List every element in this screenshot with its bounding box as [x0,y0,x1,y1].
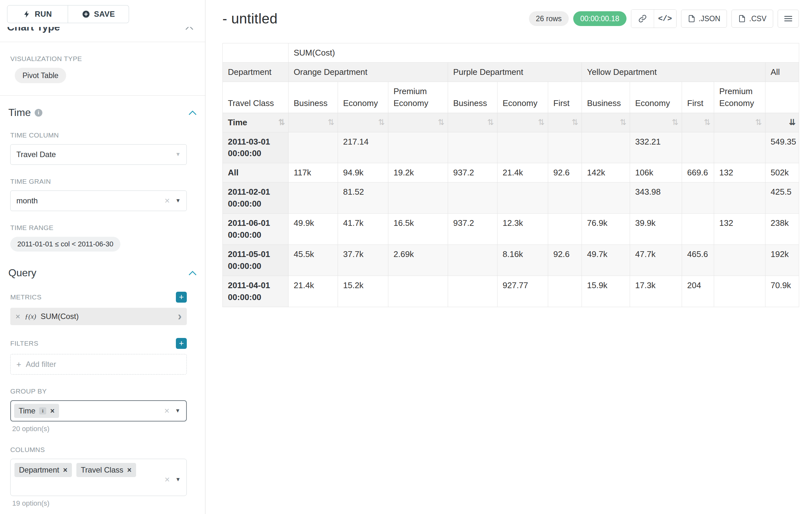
sort-icon[interactable]: ⇅ [755,117,762,128]
pivot-cell: 21.4k [497,163,548,183]
sort-icon[interactable]: ⇊ [789,117,795,128]
col-header: Premium Economy [388,82,448,113]
clear-icon[interactable]: × [165,475,170,484]
group-by-label: GROUP BY [10,387,205,395]
group-by-select[interactable]: Timei× × ▼ [10,400,187,422]
plus-circle-icon [82,10,90,18]
pivot-cell: 39.9k [630,214,682,245]
pivot-cell [682,183,714,214]
pivot-cell: 132 [714,163,765,183]
more-options-button[interactable] [778,10,799,28]
chevron-down-icon[interactable]: ▼ [175,477,181,483]
sort-header: ⇅ [682,113,714,132]
sort-icon[interactable]: ⇅ [278,117,285,128]
sort-icon[interactable]: ⇅ [538,117,545,128]
col-group-header: Orange Department [289,62,448,82]
metric-header: SUM(Cost) [289,44,799,63]
row-header: 2011-05-01 00:00:00 [223,244,289,276]
table-row: 2011-02-01 00:00:0081.52343.98425.5 [223,183,799,214]
clear-icon[interactable]: × [164,406,170,415]
add-filter-button[interactable]: + [176,338,187,349]
export-json-button[interactable]: .JSON [681,10,727,28]
pivot-cell: 217.14 [338,132,388,163]
sort-icon[interactable]: ⇅ [438,117,444,128]
remove-chip-icon[interactable]: × [63,466,67,474]
info-icon[interactable]: i [39,407,46,414]
metric-name: SUM(Cost) [41,312,79,321]
query-section-header[interactable]: Query [8,267,197,279]
sort-icon[interactable]: ⇅ [378,117,385,128]
columns-label: COLUMNS [10,446,205,454]
visualization-type-value[interactable]: Pivot Table [15,68,66,83]
sort-icon[interactable]: ⇅ [487,117,494,128]
clear-icon[interactable]: × [165,196,170,205]
pivot-cell: 92.6 [548,163,582,183]
metric-chip[interactable]: × ƒ(x) SUM(Cost) › [10,308,187,325]
pivot-cell: 332.21 [630,132,682,163]
chevron-down-icon[interactable]: ▼ [175,408,180,414]
chevron-up-icon[interactable] [188,270,197,276]
share-button-group: </> [631,9,676,28]
time-grain-select[interactable]: month × ▼ [10,190,187,211]
explore-view: RUN SAVE Chart Type VISUALIZATION TYPE P… [0,0,812,514]
add-filter-box[interactable]: + Add filter [10,354,187,375]
selected-chip[interactable]: Timei× [14,404,59,418]
sort-icon[interactable]: ⇅ [672,117,678,128]
export-csv-button[interactable]: .CSV [731,10,773,28]
sort-header: ⇅ [714,113,765,132]
sort-icon[interactable]: ⇅ [620,117,627,128]
copy-link-button[interactable] [631,10,654,28]
pivot-cell [289,183,338,214]
chip-label: Department [19,465,59,475]
pivot-cell: 21.4k [289,276,338,307]
pivot-cell: 106k [630,163,682,183]
pivot-cell: 76.9k [582,214,630,245]
corner-cell [223,44,289,63]
chart-type-section-header[interactable]: Chart Type [7,27,197,38]
pivot-cell: 937.2 [448,163,497,183]
selected-chip[interactable]: Travel Class× [77,463,136,477]
selected-chip[interactable]: Department× [14,463,72,477]
col-header [765,82,799,113]
save-button[interactable]: SAVE [68,5,129,23]
pivot-cell [682,132,714,163]
info-icon: i [35,109,42,117]
col-header: Economy [338,82,388,113]
query-section-heading: Query [8,267,36,279]
col-header: Economy [497,82,548,113]
chevron-down-icon[interactable]: ▼ [175,151,181,158]
add-filter-placeholder: Add filter [26,360,56,369]
add-metric-button[interactable]: + [176,292,187,303]
chevron-right-icon[interactable]: › [178,310,182,322]
sort-icon[interactable]: ⇅ [328,117,335,128]
chart-type-heading: Chart Type [7,27,197,33]
columns-select[interactable]: Department×Travel Class× × ▼ [10,459,187,496]
pivot-cell: 19.2k [388,163,448,183]
pivot-cell: 41.7k [338,214,388,245]
pivot-cell [497,132,548,163]
time-section-header[interactable]: Time i [8,107,197,118]
run-button-label: RUN [35,10,52,19]
sort-icon[interactable]: ⇅ [704,117,710,128]
run-button[interactable]: RUN [7,5,68,23]
remove-chip-icon[interactable]: × [50,407,54,415]
time-grain-label: TIME GRAIN [10,178,205,185]
divider [0,96,205,96]
col-header: First [548,82,582,113]
export-json-label: .JSON [699,15,721,23]
pivot-cell: 549.35 [765,132,799,163]
pivot-cell [388,183,448,214]
export-csv-label: .CSV [749,15,766,23]
chevron-up-icon[interactable] [188,110,197,115]
pivot-cell: 132 [714,214,765,245]
remove-chip-icon[interactable]: × [127,466,131,474]
time-range-value[interactable]: 2011-01-01 ≤ col < 2011-06-30 [10,237,120,251]
sort-icon[interactable]: ⇅ [572,117,578,128]
embed-code-button[interactable]: </> [654,10,676,28]
time-column-select[interactable]: Travel Date ▼ [10,144,187,165]
chart-title[interactable]: - untitled [223,10,278,27]
pivot-cell: 502k [765,163,799,183]
chevron-down-icon[interactable]: ▼ [175,197,181,204]
col-group-header: Purple Department [448,62,582,82]
remove-metric-icon[interactable]: × [16,312,20,321]
